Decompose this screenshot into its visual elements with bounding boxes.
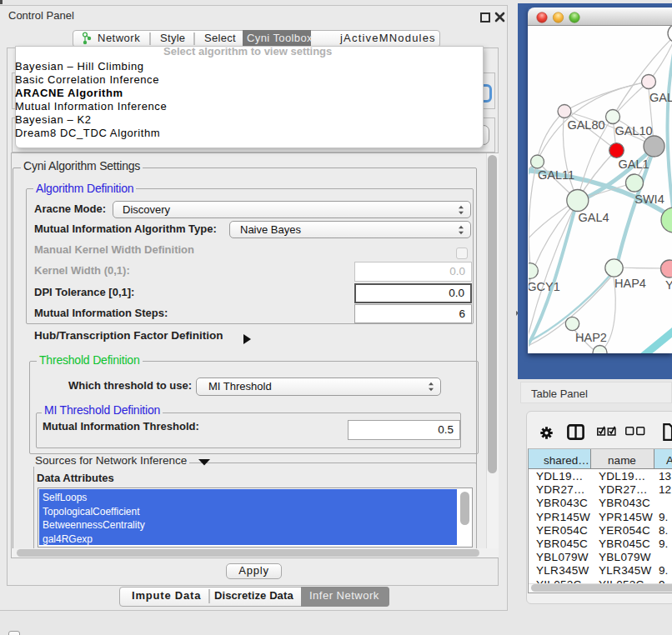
svg-text:GAL80: GAL80 [567,118,604,132]
svg-text:SWI4: SWI4 [634,192,664,206]
svg-text:HAP4: HAP4 [614,277,646,290]
svg-text:HAP2: HAP2 [575,331,607,344]
svg-text:GAL10: GAL10 [614,124,652,138]
svg-text:GAL2: GAL2 [649,91,672,104]
svg-text:GAL1: GAL1 [618,158,649,171]
svg-text:GCY1: GCY1 [529,280,560,293]
svg-text:GAL4: GAL4 [578,211,609,224]
svg-text:GAL11: GAL11 [538,168,574,182]
svg-text:YE: YE [665,278,672,292]
